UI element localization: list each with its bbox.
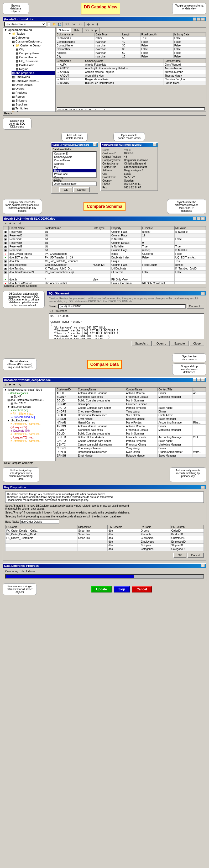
dc-row-lh[interactable]: ANTONAntonio Moreno TaqueriaAntonio More… [56,425,206,428]
data-row[interactable]: → ANTONAntonio Moreno TaqueriaAntonio Mo… [56,70,206,74]
kd-cancel-button[interactable]: Cancel [187,553,204,558]
dc-maximize[interactable]: □ [197,378,201,381]
dc-tree-root[interactable]: ▼ (local)Northwind=(local)-NrV2 [4,388,55,392]
sc-row[interactable]: ▣dbo.StatementCompanyOperatornChar(12)Co… [3,263,206,267]
dc-close[interactable]: × [201,378,205,381]
tree-region-inner[interactable]: ▦ Region [15,67,55,71]
dc-categories[interactable]: ✓ dbo.Categories [7,392,55,395]
data-row[interactable]: → BERGSBerglunds snabbköpChristina Bergl… [56,78,206,81]
sc-row[interactable]: ▣dbo.TransformationSPK_TransformationScr… [3,271,206,274]
data-row[interactable]: → ANATRAna Trujillo Emparedados y Helado… [56,67,206,70]
minimize-button[interactable]: _ [193,18,197,21]
sc-minimize[interactable]: _ [193,217,197,220]
sc-maximize[interactable]: □ [197,217,201,220]
tree-employeeterritory[interactable]: ▦ EmployeeTerrito... [11,79,55,83]
dc-employees[interactable]: ▼ dbo.Employees [7,419,55,422]
dc-row[interactable]: ALFKIAntonio Moreno TaqueriaAntonio More… [56,392,206,395]
sc-row-rh[interactable]: ►dbo.EDTransferPK_UDITransfer_1__19Dupli… [3,256,206,259]
field-postalcode[interactable]: PostalCode [53,173,96,176]
toolbar-btn-save[interactable]: 💾 [57,22,62,26]
schema-row[interactable]: CompanyNamenvarchar40FalseFalse [56,40,206,44]
dc-row[interactable]: BONAPBon app 55Laurence Lebihan [56,403,206,406]
toolbar-btn-new[interactable]: 📄 [47,22,52,26]
schema-row[interactable]: ContactTitlenvarchar30FalseFalse [56,48,206,51]
dc-synced-50[interactable]: ↔ Synchronised [50] [10,415,55,419]
sql-close-btn[interactable]: × [201,292,205,295]
data-row[interactable]: → AROUTAround the HornThomas Hardy [56,74,206,78]
customers-rh-close[interactable]: × [153,143,156,147]
tree-orders[interactable]: ▦ Orders [11,87,55,91]
tree-fkcustomers[interactable]: ▦ FK_Customers [15,59,55,63]
dc-diff-pk1[interactable]: ≠ Different PK - same va... [10,422,55,426]
sc-row[interactable]: ▣dbo.JobCK_Job_BatchID_SequenceUniqueTru… [3,259,206,263]
close-button[interactable]: × [201,18,205,21]
schema-row[interactable]: Citynvarchar15FalseFalse [56,55,206,59]
sc-row-selected[interactable]: ◈dbo.ctlTableLH Only Table [3,274,206,278]
dc-toolbar-settings[interactable]: ⚙ [19,383,22,387]
tree-products[interactable]: ▦ Products [11,91,55,95]
field-customerid[interactable]: CustomerID [53,152,96,155]
dc-row-rh[interactable]: CACTUCactus Comidas para BeberPatricio S… [56,439,206,443]
tree-region[interactable]: ▦ Region [11,95,55,99]
dc-blinp[interactable]: ▦ BLINP [10,395,55,398]
kd-row[interactable]: dboEmployeesEmployeeID [5,540,204,544]
sc-row[interactable]: ▣dbo.TaskLogK_TaskLog_JobID_D...LH Dupli… [3,267,206,271]
skip-button[interactable]: Skip [114,586,130,592]
dc-toolbar-sync[interactable]: ⇄ [8,383,11,387]
dc-unique-72[interactable]: ◇ Unique (72) [10,426,55,429]
base-table-input[interactable] [20,520,59,524]
sc-row[interactable]: ▣Reserved9bitIs NullableTrueTrue [3,245,206,248]
sc-row[interactable]: ▣Reserved7bitColumn Flags(unset)Is Nulla… [3,230,206,234]
schema-row[interactable]: ContactNamenvarchar30FalseFalse [56,44,206,48]
field-region[interactable]: Region [53,169,96,173]
ok-button[interactable]: OK [59,187,72,192]
sc-close[interactable]: × [201,217,205,220]
sc-row[interactable]: ▣Reserved8bitIs NullableFalse [3,238,206,241]
toolbar-btn-schema[interactable]: Sch [64,22,70,26]
tree-city[interactable]: ▦ City [15,48,55,52]
dc-row-rh[interactable]: CHOPSChop-suay ChineseYang WangDinner [56,446,206,450]
tree-territories[interactable]: ▦ Territories [11,106,55,111]
tree-employees[interactable]: ▦ Browse database objectsEmployees [11,75,55,79]
dc-row-rh[interactable]: DRAEDDrachenbut DelikatessenSven OttlebO… [56,450,206,454]
tree-categories[interactable]: ▦ Categories [11,36,55,40]
tree-contactname[interactable]: ▦ ContactName [15,55,55,59]
open-button[interactable]: Open... [153,341,170,346]
toolbar-btn-open[interactable]: 📂 [52,22,57,26]
dc-row[interactable]: BOLIDBolido Comidas preparadasMartin Som… [56,399,206,403]
kd-row[interactable]: dboCategoriesCategoryID [5,547,204,551]
sql-textarea[interactable]: USE SLK-DEMO CREATE TABLE "Step2" ( "Wor… [49,313,204,339]
progress-close[interactable]: × [201,564,205,567]
dc-row-lh[interactable]: BOLIDBolido Comidas preparadasMartin Som… [56,432,206,436]
kd-row[interactable]: dboShippersShipperID [5,544,204,547]
dc-diff-pk3[interactable]: ≠ Different PK - same va... [10,439,55,443]
schema-row[interactable]: CustomerIDnchar5TrueFalse [56,36,206,40]
field-contactname[interactable]: ContactName [53,159,96,162]
sc-row-lh[interactable]: ◄dbo.CrystalReportsPK_CrystalReportsInde… [3,252,206,256]
dc-row-lh[interactable]: BLONPBlondedeli pale et filsFrederique C… [56,428,206,432]
tab-data[interactable]: Data [72,28,82,33]
sc-toolbar-settings[interactable]: ⚙ [19,221,22,225]
sc-row-rh2[interactable]: ►dbo.tbl*ViewRH Only View [3,278,206,282]
tree-suppliers[interactable]: ▦ Suppliers [11,102,55,106]
kd-row[interactable]: FK_Order_Details__Orde...Smart linkdboOr… [5,529,204,533]
tree-tables[interactable]: ▼ 📁 Tables [8,32,55,36]
kd-row[interactable]: FK_Order_Details__Produ...Smart linkdboP… [5,533,204,536]
dc-customercustomer[interactable]: ▦ dbo.CustomerCustomerDe... [7,398,55,402]
dc-row[interactable]: ERNSHErnst HandelRolande MendelSales Man… [56,417,206,421]
sc-row[interactable]: ▣Reserved9bitColumn Flags(unset)Is Nulla… [3,248,206,252]
data-row[interactable]: → BLAUSBlauer See DelikatessenHanna Moos [56,81,206,85]
dc-pkdiff[interactable]: ≠ PK - different va... [10,412,55,415]
cancel-button[interactable]: Cancel [73,187,90,192]
fields-list[interactable]: CustomerID CompanyName ContactName Addre… [53,151,97,178]
toolbar-btn-delete[interactable]: 🗑 [95,22,99,26]
sc-row[interactable]: ▣Reserved8bitColumn Default0 [3,241,206,245]
close-sql-button[interactable]: Close [189,341,204,346]
dc-toolbar-filter[interactable]: ▼ [12,383,16,387]
dc-row[interactable]: DRAEDDrachenbut DelikatessenSven OttlebO… [56,413,206,417]
tree-companyname[interactable]: ▦ CompanyName [15,52,55,55]
server-input[interactable] [58,304,186,309]
dc-duplicate-70[interactable]: ◈ Duplicate (70) [10,429,55,432]
dc-orderdetails[interactable]: ▼ dbo.Order Details [7,405,55,408]
dc-row[interactable]: ERNSHErnst HandelRolande MendelSales Man… [56,454,206,458]
